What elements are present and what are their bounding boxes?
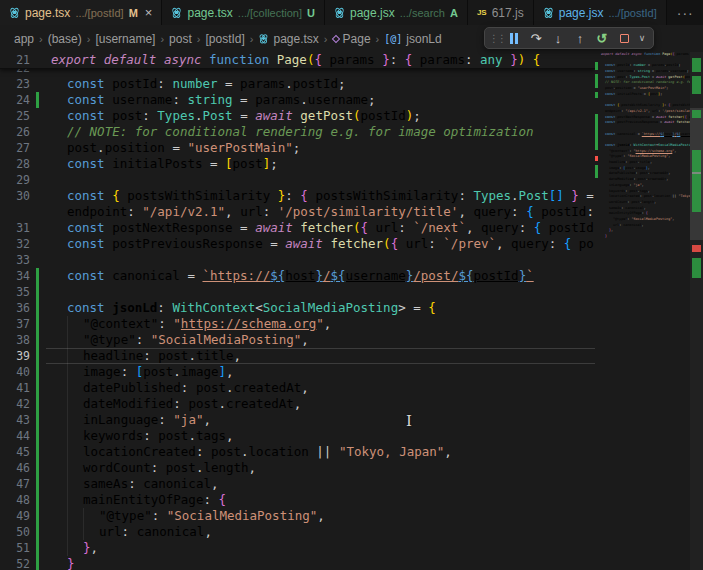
code-line[interactable]: 44keywords: post.tags,: [0, 428, 595, 444]
code-line[interactable]: 36const jsonLd: WithContext<SocialMediaP…: [0, 300, 595, 316]
tab-label: page.tsx: [25, 6, 70, 20]
line-number[interactable]: 33: [0, 252, 30, 268]
line-number[interactable]: 35: [0, 284, 30, 300]
git-status-badge: U: [307, 7, 315, 19]
restart-button[interactable]: ↺: [591, 28, 613, 48]
line-number[interactable]: 21: [0, 52, 30, 68]
code-lines[interactable]: 2223const postId: number = params.postId…: [0, 68, 595, 570]
code-line[interactable]: 39headline: post.title,: [0, 348, 595, 364]
code-line[interactable]: 24const username: string = params.userna…: [0, 92, 595, 108]
code-line[interactable]: 25const post: Types.Post = await getPost…: [0, 108, 595, 124]
line-number[interactable]: 49: [0, 508, 30, 524]
line-number[interactable]: 45: [0, 444, 30, 460]
code-line[interactable]: 41datePublished: post.createdAt,: [0, 380, 595, 396]
line-number[interactable]: 28: [0, 156, 30, 172]
line-number[interactable]: 32: [0, 236, 30, 252]
code-line[interactable]: 49"@type": "SocialMediaPosting",: [0, 508, 595, 524]
code-line[interactable]: 37"@context": "https://schema.org",: [0, 316, 595, 332]
debug-menu-chevron[interactable]: ∨: [635, 28, 649, 48]
code-line[interactable]: 40image: [post.image],: [0, 364, 595, 380]
minimap[interactable]: export default async function Page({ par…: [595, 52, 690, 570]
close-icon[interactable]: ×: [145, 5, 153, 20]
line-number[interactable]: 24: [0, 92, 30, 108]
code-line[interactable]: 47sameAs: canonical,: [0, 476, 595, 492]
code-editor[interactable]: 21export default async function Page({ p…: [0, 52, 595, 570]
git-change-gutter-marker: [36, 460, 39, 476]
tab-page-tsx-collection[interactable]: page.tsx .../[collection] U: [162, 0, 325, 25]
line-number[interactable]: 43: [0, 412, 30, 428]
code-line[interactable]: 23const postId: number = params.postId;: [0, 76, 595, 92]
breadcrumb-item-post[interactable]: post: [169, 32, 192, 46]
chevron-right-icon: ›: [197, 33, 201, 45]
code-line[interactable]: 32const postPreviousResponse = await fet…: [0, 236, 595, 252]
code-line[interactable]: 51},: [0, 540, 595, 556]
tab-page-tsx-postid[interactable]: page.tsx .../[postId] M ×: [0, 0, 162, 25]
code-line[interactable]: 30const { postsWithSimilarity }: { posts…: [0, 188, 595, 204]
breadcrumb-item-jsonld-symbol[interactable]: [@] jsonLd: [384, 32, 441, 46]
code-line[interactable]: 46wordCount: post.length,: [0, 460, 595, 476]
pause-button[interactable]: [503, 28, 525, 48]
tab-page-jsx-search[interactable]: page.jsx .../search A: [325, 0, 468, 25]
code-line[interactable]: 42dateModified: post.createdAt,: [0, 396, 595, 412]
line-number[interactable]: 37: [0, 316, 30, 332]
code-line[interactable]: 48mainEntityOfPage: {: [0, 492, 595, 508]
code-text: const username: string = params.username…: [51, 92, 376, 108]
line-number[interactable]: 48: [0, 492, 30, 508]
code-line[interactable]: 34const canonical = `https://${host}/${u…: [0, 268, 595, 284]
stop-button[interactable]: [613, 28, 635, 48]
line-number[interactable]: 44: [0, 428, 30, 444]
line-number[interactable]: 41: [0, 380, 30, 396]
drag-handle-icon[interactable]: ⋮⋮: [489, 33, 503, 44]
code-line[interactable]: 31const postNextResponse = await fetcher…: [0, 220, 595, 236]
git-change-gutter-marker: [36, 396, 39, 412]
line-number[interactable]: 29: [0, 172, 30, 188]
tab-617-js[interactable]: JS 617.js: [468, 0, 534, 25]
breadcrumb-item-base[interactable]: (base): [48, 32, 82, 46]
step-over-button[interactable]: ↷: [525, 28, 547, 48]
breadcrumb-item-postid[interactable]: [postId]: [205, 32, 244, 46]
line-number[interactable]: 25: [0, 108, 30, 124]
git-change-gutter-marker: [36, 348, 39, 364]
code-line[interactable]: 27post.position = "userPostMain";: [0, 140, 595, 156]
line-number[interactable]: 27: [0, 140, 30, 156]
code-line[interactable]: 52}: [0, 556, 595, 570]
code-line[interactable]: 26// NOTE: for conditional rendering e.g…: [0, 124, 595, 140]
line-number[interactable]: 51: [0, 540, 30, 556]
code-line[interactable]: 38"@type": "SocialMediaPosting",: [0, 332, 595, 348]
line-number[interactable]: 39: [0, 348, 30, 364]
breadcrumb-item-page-symbol[interactable]: Page: [333, 32, 371, 46]
code-line[interactable]: 50url: canonical,: [0, 524, 595, 540]
sticky-scroll-line[interactable]: 21export default async function Page({ p…: [0, 52, 595, 69]
step-out-button[interactable]: ↑: [569, 28, 591, 48]
line-number[interactable]: 30: [0, 188, 30, 204]
line-number[interactable]: 26: [0, 124, 30, 140]
more-actions-icon[interactable]: ···: [667, 0, 703, 25]
step-into-button[interactable]: ↓: [547, 28, 569, 48]
breadcrumb-item-page-tsx[interactable]: page.tsx: [258, 32, 318, 46]
line-number[interactable]: 34: [0, 268, 30, 284]
line-number[interactable]: 23: [0, 76, 30, 92]
line-number[interactable]: 38: [0, 332, 30, 348]
line-number[interactable]: 46: [0, 460, 30, 476]
code-line[interactable]: endpoint: "/api/v2.1", url: '/post/simil…: [0, 204, 595, 220]
tab-label: page.tsx: [187, 6, 232, 20]
line-number[interactable]: 31: [0, 220, 30, 236]
code-line[interactable]: 45locationCreated: post.location || "Tok…: [0, 444, 595, 460]
line-number[interactable]: 40: [0, 364, 30, 380]
line-number[interactable]: 36: [0, 300, 30, 316]
code-line[interactable]: 29: [0, 172, 595, 188]
code-line[interactable]: 35: [0, 284, 595, 300]
line-number[interactable]: 47: [0, 476, 30, 492]
breadcrumb-item-app[interactable]: app: [14, 32, 34, 46]
tab-page-jsx-postid[interactable]: page.jsx .../[postId]: [534, 0, 667, 25]
code-line[interactable]: 21export default async function Page({ p…: [0, 52, 595, 68]
scrollbar[interactable]: [690, 52, 703, 570]
line-number[interactable]: 50: [0, 524, 30, 540]
breadcrumb-item-username[interactable]: [username]: [95, 32, 155, 46]
line-number[interactable]: 52: [0, 556, 30, 570]
line-number[interactable]: 42: [0, 396, 30, 412]
code-line[interactable]: 33: [0, 252, 595, 268]
code-line[interactable]: 28const initialPosts = [post];: [0, 156, 595, 172]
code-line[interactable]: 43inLanguage: "ja",: [0, 412, 595, 428]
javascript-icon: JS: [477, 8, 487, 17]
